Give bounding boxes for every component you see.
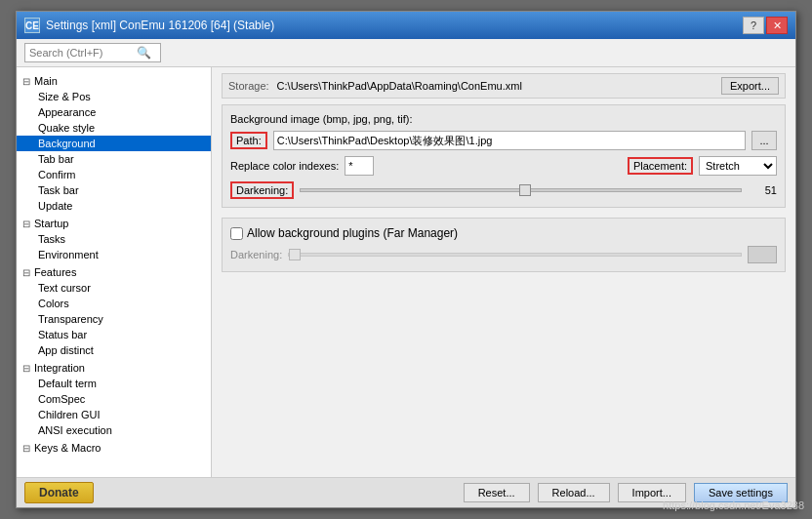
sidebar-group-main: ⊟ Main Size & Pos Appearance Quake style… <box>17 73 211 214</box>
far-section: Allow background plugins (Far Manager) D… <box>222 218 786 272</box>
sidebar-group-features: ⊟ Features Text cursor Colors Transparen… <box>17 264 211 358</box>
storage-path: C:\Users\ThinkPad\AppData\Roaming\ConEmu… <box>277 80 713 92</box>
watermark: https://blog.csdn.net/Eva3288 <box>663 499 804 511</box>
placement-select[interactable]: Stretch Tile Center Fill <box>699 156 777 176</box>
sidebar-item-background[interactable]: Background <box>17 136 211 151</box>
sidebar-item-text-cursor[interactable]: Text cursor <box>17 280 211 296</box>
path-label: Path: <box>230 132 267 149</box>
storage-row: Storage: C:\Users\ThinkPad\AppData\Roami… <box>222 73 786 99</box>
sidebar-item-tasks[interactable]: Tasks <box>17 231 211 247</box>
sidebar-item-ansi-execution[interactable]: ANSI execution <box>17 422 211 438</box>
sidebar-item-transparency[interactable]: Transparency <box>17 311 211 327</box>
far-colorbox <box>748 246 777 263</box>
title-buttons: ? ✕ <box>743 17 788 34</box>
sidebar: ⊟ Main Size & Pos Appearance Quake style… <box>17 67 212 477</box>
sidebar-group-startup-label[interactable]: ⊟ Startup <box>17 216 211 231</box>
darkening-value: 51 <box>748 184 777 196</box>
background-section: Background image (bmp, jpg, png, tif): P… <box>222 104 786 208</box>
far-darkening-slider[interactable] <box>288 253 742 257</box>
toggle-features: ⊟ <box>22 267 30 278</box>
sidebar-group-keys-label[interactable]: ⊟ Keys & Macro <box>17 440 211 456</box>
replace-input[interactable] <box>345 156 374 176</box>
help-button[interactable]: ? <box>743 17 764 34</box>
sidebar-item-appearance[interactable]: Appearance <box>17 104 211 120</box>
darkening-slider[interactable] <box>300 188 742 192</box>
export-button[interactable]: Export... <box>721 77 779 95</box>
browse-button[interactable]: ... <box>751 131 777 150</box>
allow-plugins-checkbox[interactable] <box>230 227 243 240</box>
replace-label: Replace color indexes: <box>230 160 339 172</box>
path-row: Path: ... <box>230 131 777 150</box>
main-area: ⊟ Main Size & Pos Appearance Quake style… <box>17 67 795 477</box>
sidebar-group-keys-text: Keys & Macro <box>34 442 101 454</box>
replace-placement-row: Replace color indexes: Placement: Stretc… <box>230 156 777 176</box>
allow-plugins-row: Allow background plugins (Far Manager) <box>230 226 777 240</box>
sidebar-item-default-term[interactable]: Default term <box>17 376 211 391</box>
placement-label: Placement: <box>628 157 693 175</box>
search-box: 🔍 <box>24 43 161 62</box>
sidebar-group-integration: ⊟ Integration Default term ComSpec Child… <box>17 360 211 438</box>
darkening-row: Darkening: 51 <box>230 181 777 199</box>
far-darkening-label: Darkening: <box>230 249 282 260</box>
sidebar-group-main-text: Main <box>34 75 58 87</box>
window-title: Settings [xml] ConEmu 161206 [64] (Stabl… <box>46 19 274 32</box>
close-button[interactable]: ✕ <box>766 17 788 34</box>
darkening-label: Darkening: <box>230 181 294 199</box>
title-bar: CE Settings [xml] ConEmu 161206 [64] (St… <box>17 12 795 39</box>
sidebar-item-environment[interactable]: Environment <box>17 247 211 262</box>
path-input[interactable] <box>273 131 746 150</box>
sidebar-item-size-pos[interactable]: Size & Pos <box>17 89 211 104</box>
far-darkening-row: Darkening: <box>230 246 777 263</box>
sidebar-item-status-bar[interactable]: Status bar <box>17 327 211 342</box>
allow-plugins-label: Allow background plugins (Far Manager) <box>247 226 458 240</box>
storage-label: Storage: <box>228 80 269 92</box>
sidebar-group-startup: ⊟ Startup Tasks Environment <box>17 216 211 262</box>
main-window: CE Settings [xml] ConEmu 161206 [64] (St… <box>16 11 796 508</box>
sidebar-item-app-distinct[interactable]: App distinct <box>17 342 211 358</box>
sidebar-item-task-bar[interactable]: Task bar <box>17 182 211 198</box>
title-bar-left: CE Settings [xml] ConEmu 161206 [64] (St… <box>24 18 274 33</box>
reset-button[interactable]: Reset... <box>464 483 530 502</box>
sidebar-group-integration-label[interactable]: ⊟ Integration <box>17 360 211 376</box>
search-input[interactable] <box>29 47 137 59</box>
sidebar-item-colors[interactable]: Colors <box>17 296 211 311</box>
sidebar-group-features-text: Features <box>34 266 76 278</box>
search-button[interactable]: 🔍 <box>137 46 151 60</box>
right-panel: Storage: C:\Users\ThinkPad\AppData\Roami… <box>212 67 795 477</box>
reload-button[interactable]: Reload... <box>538 483 610 502</box>
toolbar: 🔍 <box>17 39 795 67</box>
content: 🔍 ⊟ Main Size & Pos Appearance Quake sty… <box>17 39 795 507</box>
sidebar-item-comspec[interactable]: ComSpec <box>17 391 211 407</box>
sidebar-item-confirm[interactable]: Confirm <box>17 167 211 182</box>
sidebar-item-update[interactable]: Update <box>17 198 211 214</box>
toggle-startup: ⊟ <box>22 219 30 229</box>
toggle-keys: ⊟ <box>22 443 30 454</box>
sidebar-group-startup-text: Startup <box>34 218 68 229</box>
toggle-main: ⊟ <box>22 76 30 87</box>
toggle-integration: ⊟ <box>22 363 30 374</box>
sidebar-group-main-label[interactable]: ⊟ Main <box>17 73 211 89</box>
sidebar-item-tab-bar[interactable]: Tab bar <box>17 151 211 167</box>
background-section-title: Background image (bmp, jpg, png, tif): <box>230 113 777 125</box>
sidebar-group-features-label[interactable]: ⊟ Features <box>17 264 211 280</box>
sidebar-item-quake-style[interactable]: Quake style <box>17 120 211 136</box>
sidebar-item-children-gui[interactable]: Children GUI <box>17 407 211 422</box>
donate-button[interactable]: Donate <box>24 482 94 503</box>
sidebar-group-keys: ⊟ Keys & Macro <box>17 440 211 456</box>
app-icon: CE <box>24 18 40 33</box>
sidebar-group-integration-text: Integration <box>34 362 85 374</box>
